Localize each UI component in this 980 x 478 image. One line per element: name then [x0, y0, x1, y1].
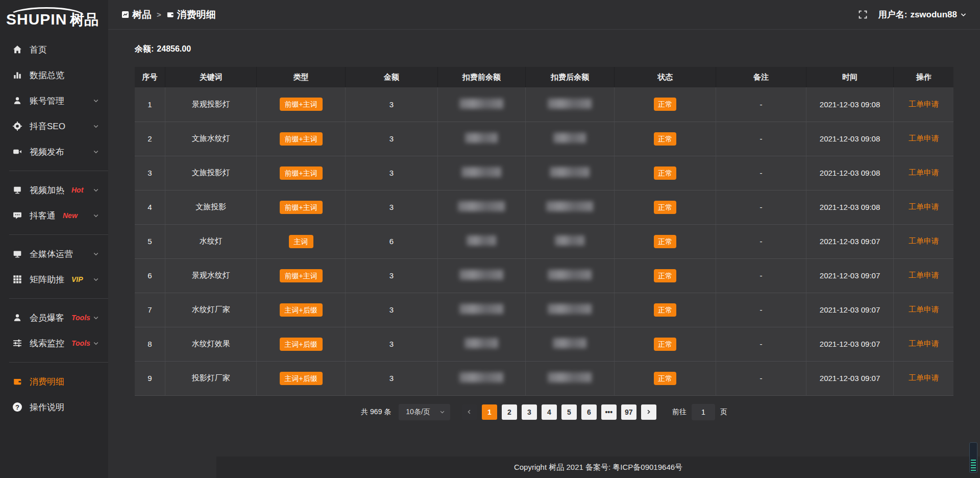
col-balance-before: 扣费前余额 [437, 67, 525, 87]
cell-action: 工单申请 [894, 224, 953, 258]
table-row: 8 水纹灯效果 主词+后缀 3 正常 - 2021-12-03 09:07 工单… [135, 327, 953, 361]
table-row: 5 水纹灯 主词 6 正常 - 2021-12-03 09:07 工单申请 [135, 224, 953, 258]
cell-action: 工单申请 [894, 156, 953, 190]
chevron-down-icon [93, 315, 99, 321]
chevron-down-icon [439, 409, 445, 415]
censored-balance [548, 99, 592, 109]
sidebar-divider [9, 298, 108, 299]
username-label: 用户名: [878, 9, 908, 20]
logo-arc [8, 7, 85, 16]
table-row: 9 投影灯厂家 主词+后缀 3 正常 - 2021-12-03 09:07 工单… [135, 361, 953, 395]
cell-type: 前缀+主词 [257, 87, 345, 122]
cell-time: 2021-12-03 09:07 [806, 258, 894, 293]
cell-status: 正常 [615, 122, 716, 156]
type-badge: 前缀+主词 [280, 132, 323, 146]
censored-balance [548, 304, 592, 314]
cell-balance-before [437, 258, 525, 293]
sidebar-item-data-overview[interactable]: 数据总览 [0, 62, 108, 88]
breadcrumb-home[interactable]: 树品 [121, 8, 152, 21]
chevron-down-icon [93, 123, 99, 129]
cell-balance-after [525, 87, 615, 122]
ticket-apply-link[interactable]: 工单申请 [909, 339, 939, 348]
page-jump: 前往 页 [672, 404, 727, 420]
cell-time: 2021-12-03 09:08 [806, 156, 894, 190]
sidebar-item-douketong[interactable]: 抖客通 New [0, 203, 108, 228]
status-badge: 正常 [654, 235, 676, 248]
cell-balance-before [437, 156, 525, 190]
page-button-4[interactable]: 4 [542, 404, 557, 420]
more-pages-button[interactable]: ••• [601, 404, 617, 420]
ticket-apply-link[interactable]: 工单申请 [909, 100, 939, 108]
ticket-apply-link[interactable]: 工单申请 [909, 305, 939, 314]
sidebar-item-instructions[interactable]: ? 操作说明 [0, 394, 108, 420]
sidebar-item-video-heat[interactable]: 视频加热 Hot [0, 177, 108, 203]
page-button-5[interactable]: 5 [561, 404, 577, 420]
ticket-apply-link[interactable]: 工单申请 [909, 168, 939, 177]
status-badge: 正常 [654, 166, 676, 180]
user-icon [12, 96, 22, 105]
cell-action: 工单申请 [894, 122, 953, 156]
censored-balance [465, 133, 498, 143]
col-type: 类型 [257, 67, 345, 87]
prev-page-button[interactable] [462, 404, 477, 420]
ticket-apply-link[interactable]: 工单申请 [909, 271, 939, 279]
new-badge: New [63, 211, 78, 220]
main-area: 树品 > 消费明细 用户名: zswodun88 [108, 0, 980, 478]
cell-keyword: 水纹灯 [165, 224, 257, 258]
type-badge: 主词+后缀 [280, 303, 323, 317]
page-button-6[interactable]: 6 [581, 404, 597, 420]
ticket-apply-link[interactable]: 工单申请 [909, 373, 939, 382]
ticket-apply-link[interactable]: 工单申请 [909, 134, 939, 142]
cell-keyword: 水纹灯厂家 [165, 293, 257, 327]
page-button-2[interactable]: 2 [502, 404, 517, 420]
censored-balance [467, 235, 496, 246]
fullscreen-icon[interactable] [859, 10, 867, 19]
sidebar-item-label: 消费明细 [30, 376, 64, 388]
cell-status: 正常 [615, 293, 716, 327]
cell-status: 正常 [615, 361, 716, 395]
cell-type: 前缀+主词 [257, 190, 345, 224]
sidebar-item-label: 线索监控 [30, 338, 64, 349]
ticket-apply-link[interactable]: 工单申请 [909, 202, 939, 211]
page-button-97[interactable]: 97 [621, 404, 636, 420]
cell-remark: - [716, 190, 806, 224]
type-badge: 前缀+主词 [280, 166, 323, 180]
sidebar-item-home[interactable]: 首页 [0, 37, 108, 62]
cell-keyword: 文旅水纹灯 [165, 122, 257, 156]
type-badge: 前缀+主词 [280, 98, 323, 111]
page-size-select[interactable]: 10条/页 [399, 404, 450, 420]
footer: Copyright 树品 2021 备案号: 粤ICP备09019646号 [216, 457, 980, 478]
sidebar-item-video-publish[interactable]: 视频发布 [0, 139, 108, 164]
cell-index: 1 [135, 87, 165, 122]
next-page-button[interactable] [641, 404, 656, 420]
vip-badge: VIP [71, 275, 83, 283]
sidebar-item-omni-media[interactable]: 全媒体运营 [0, 241, 108, 267]
cell-remark: - [716, 156, 806, 190]
sidebar-item-lead-monitor[interactable]: 线索监控 Tools [0, 330, 108, 356]
user-menu[interactable]: 用户名: zswodun88 [878, 9, 967, 20]
sidebar-item-consumption-detail[interactable]: 消费明细 [0, 369, 108, 394]
sidebar-item-member-burst[interactable]: 会员爆客 Tools [0, 305, 108, 330]
page-button-1[interactable]: 1 [482, 404, 497, 420]
cell-balance-before [437, 122, 525, 156]
content: 余额:24856.00 序号 关键词 类型 金额 扣费前余额 扣费后余额 [108, 30, 980, 478]
sidebar-item-label: 账号管理 [30, 95, 64, 107]
app-window: SHUPIN树品 首页 数据总览 账号管理 [0, 0, 980, 478]
cell-status: 正常 [615, 258, 716, 293]
sidebar-item-account-mgmt[interactable]: 账号管理 [0, 88, 108, 113]
cell-action: 工单申请 [894, 258, 953, 293]
hot-badge: Hot [71, 186, 83, 194]
page-button-3[interactable]: 3 [522, 404, 537, 420]
dashboard-icon [121, 11, 129, 18]
censored-balance [464, 338, 498, 348]
cell-balance-before [437, 327, 525, 361]
floating-widget[interactable] [969, 442, 977, 473]
cell-amount: 3 [345, 122, 437, 156]
sidebar-item-label: 全媒体运营 [30, 248, 73, 260]
cell-remark: - [716, 361, 806, 395]
jump-page-input[interactable] [692, 404, 715, 420]
ticket-apply-link[interactable]: 工单申请 [909, 236, 939, 245]
sidebar-item-douyin-seo[interactable]: 抖音SEO [0, 113, 108, 139]
chat-bubble-icon [12, 211, 22, 220]
sidebar-item-matrix-boost[interactable]: 矩阵助推 VIP [0, 267, 108, 292]
